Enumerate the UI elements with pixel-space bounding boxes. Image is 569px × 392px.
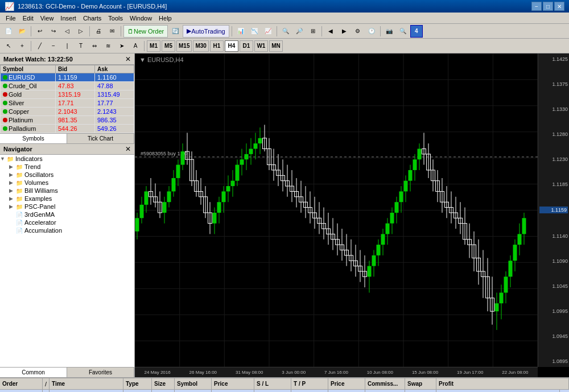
tab-common[interactable]: Common bbox=[0, 368, 67, 377]
back-btn[interactable]: ◁ bbox=[61, 25, 73, 38]
fib-btn[interactable]: ≋ bbox=[102, 40, 114, 52]
menu-file[interactable]: File bbox=[2, 14, 19, 23]
chart-area[interactable]: ▼ EURUSD,H4 1.14251.13751.13301.12801.12… bbox=[135, 53, 569, 377]
close-button[interactable]: ✕ bbox=[554, 2, 564, 11]
tree-item[interactable]: ▼ 📁 Indicators bbox=[0, 155, 134, 163]
price-label: 1.1140 bbox=[539, 233, 568, 239]
chart-type-candle[interactable]: 📉 bbox=[248, 25, 261, 38]
line-btn[interactable]: ╱ bbox=[34, 40, 46, 52]
folder-icon: 📄 bbox=[16, 212, 23, 218]
chart-type-line[interactable]: 📈 bbox=[262, 25, 274, 38]
tf-mn[interactable]: MN bbox=[269, 40, 283, 52]
tf-m30[interactable]: M30 bbox=[193, 40, 208, 52]
row-commission: 0.00 bbox=[365, 390, 405, 392]
th-symbol: Symbol bbox=[175, 378, 212, 389]
navigator-close[interactable]: ✕ bbox=[125, 145, 131, 153]
row-sl: 0.0000 bbox=[254, 390, 291, 392]
cursor-btn[interactable]: ↖ bbox=[2, 40, 15, 52]
buy-btn[interactable]: 🔄 bbox=[169, 25, 182, 38]
tree-item[interactable]: ▶ 📁 PSC-Panel bbox=[0, 203, 134, 211]
email-btn[interactable]: ✉ bbox=[106, 25, 118, 38]
clock-btn[interactable]: 🕐 bbox=[365, 25, 378, 38]
folder-icon: 📁 bbox=[16, 196, 23, 202]
market-watch-header: Market Watch: 13:22:50 ✕ bbox=[0, 53, 134, 65]
tree-item[interactable]: 📄 Accelerator bbox=[0, 218, 134, 226]
measure-btn[interactable]: ⇔ bbox=[88, 40, 101, 52]
tree-item[interactable]: ▶ 📁 Oscillators bbox=[0, 171, 134, 179]
new-order-btn[interactable]: 🗒 New Order bbox=[123, 25, 168, 38]
mw-symbol[interactable]: Palladium bbox=[1, 125, 56, 133]
mw-symbol[interactable]: Copper bbox=[1, 108, 56, 116]
chart-type-bar[interactable]: 📊 bbox=[234, 25, 247, 38]
fit-btn[interactable]: ⊞ bbox=[307, 25, 319, 38]
menu-window[interactable]: Window bbox=[126, 14, 155, 23]
tab-tick-chart[interactable]: Tick Chart bbox=[67, 134, 134, 143]
trade-table-header: Order / Time Type Size Symbol Price S / … bbox=[0, 378, 569, 390]
tf-w1[interactable]: W1 bbox=[254, 40, 268, 52]
expand-icon: ▶ bbox=[9, 180, 16, 185]
tree-item[interactable]: 📄 3rdGenMA bbox=[0, 211, 134, 218]
menu-tools[interactable]: Tools bbox=[105, 14, 126, 23]
tf-m5[interactable]: M5 bbox=[162, 40, 175, 52]
mw-ask: 549.26 bbox=[94, 125, 134, 133]
screenshot-btn[interactable]: 📷 bbox=[383, 25, 395, 38]
mw-symbol[interactable]: Platinum bbox=[1, 116, 56, 125]
price-label: 1.1045 bbox=[539, 283, 568, 289]
window-controls[interactable]: − □ ✕ bbox=[531, 2, 564, 11]
tf-d1[interactable]: D1 bbox=[240, 40, 253, 52]
hline-btn[interactable]: − bbox=[47, 40, 60, 52]
tree-label: Accelerator bbox=[24, 219, 56, 226]
menu-charts[interactable]: Charts bbox=[80, 14, 105, 23]
vline-btn[interactable]: | bbox=[61, 40, 73, 52]
th-tp: T / P bbox=[291, 378, 328, 389]
redo-btn[interactable]: ↪ bbox=[47, 25, 60, 38]
settings-btn[interactable]: 4 bbox=[410, 25, 423, 38]
tree-item[interactable]: ▶ 📁 Examples bbox=[0, 195, 134, 203]
tf-m15[interactable]: M15 bbox=[176, 40, 192, 52]
print-btn[interactable]: 🖨 bbox=[92, 25, 105, 38]
menu-view[interactable]: View bbox=[37, 14, 57, 23]
expand-icon: ▼ bbox=[0, 156, 7, 162]
delete-btn[interactable]: A bbox=[129, 40, 142, 52]
tab-symbols[interactable]: Symbols bbox=[0, 134, 67, 143]
tf-h4[interactable]: H4 bbox=[225, 40, 238, 52]
tree-item[interactable]: ▶ 📁 Trend bbox=[0, 163, 134, 171]
indicator-btn[interactable]: ⚙ bbox=[352, 25, 364, 38]
menu-help[interactable]: Help bbox=[155, 14, 175, 23]
tree-item[interactable]: ▶ 📁 Volumes bbox=[0, 179, 134, 187]
chart-canvas[interactable] bbox=[135, 53, 538, 367]
mw-symbol[interactable]: Gold bbox=[1, 90, 56, 99]
trade-rows: 🔒 59083055 2016.06.22 15:40:48 buy 1.00 … bbox=[0, 390, 569, 392]
tree-item[interactable]: 📄 Accumulation bbox=[0, 226, 134, 234]
crosshair-btn[interactable]: + bbox=[16, 40, 28, 52]
undo-btn[interactable]: ↩ bbox=[34, 25, 46, 38]
scroll-right-btn[interactable]: ▶ bbox=[338, 25, 351, 38]
maximize-button[interactable]: □ bbox=[543, 2, 553, 11]
minimize-button[interactable]: − bbox=[531, 2, 542, 11]
menu-edit[interactable]: Edit bbox=[19, 14, 37, 23]
navigator-tree[interactable]: ▼ 📁 Indicators ▶ 📁 Trend ▶ 📁 Oscillators… bbox=[0, 155, 134, 367]
market-watch-close[interactable]: ✕ bbox=[125, 55, 131, 63]
mw-symbol[interactable]: Silver bbox=[1, 99, 56, 108]
tree-item[interactable]: ▶ 📁 Bill Williams bbox=[0, 187, 134, 195]
open-btn[interactable]: 📂 bbox=[16, 25, 28, 38]
text-btn[interactable]: T bbox=[75, 40, 87, 52]
tab-favorites[interactable]: Favorites bbox=[67, 368, 134, 377]
tf-h1[interactable]: H1 bbox=[210, 40, 224, 52]
folder-icon: 📄 bbox=[16, 220, 23, 226]
tree-label: Trend bbox=[24, 163, 40, 170]
auto-trading-btn[interactable]: ▶ AutoTrading bbox=[183, 25, 229, 38]
mw-symbol[interactable]: EURUSD bbox=[1, 73, 56, 82]
scroll-left-btn[interactable]: ◀ bbox=[324, 25, 337, 38]
menu-insert[interactable]: Insert bbox=[57, 14, 80, 23]
zoom-out-btn[interactable]: 🔍 bbox=[279, 25, 292, 38]
tf-m1[interactable]: M1 bbox=[147, 40, 160, 52]
search-btn[interactable]: 🔍 bbox=[397, 25, 409, 38]
tree-label: Bill Williams bbox=[24, 187, 58, 194]
table-row[interactable]: 🔒 59083055 2016.06.22 15:40:48 buy 1.00 … bbox=[0, 390, 569, 392]
forward-btn[interactable]: ▷ bbox=[75, 25, 87, 38]
mw-symbol[interactable]: Crude_Oil bbox=[1, 82, 56, 90]
zoom-in-btn[interactable]: 🔎 bbox=[293, 25, 306, 38]
arrow-btn[interactable]: ➤ bbox=[116, 40, 128, 52]
new-profile-btn[interactable]: 📄 bbox=[2, 25, 15, 38]
